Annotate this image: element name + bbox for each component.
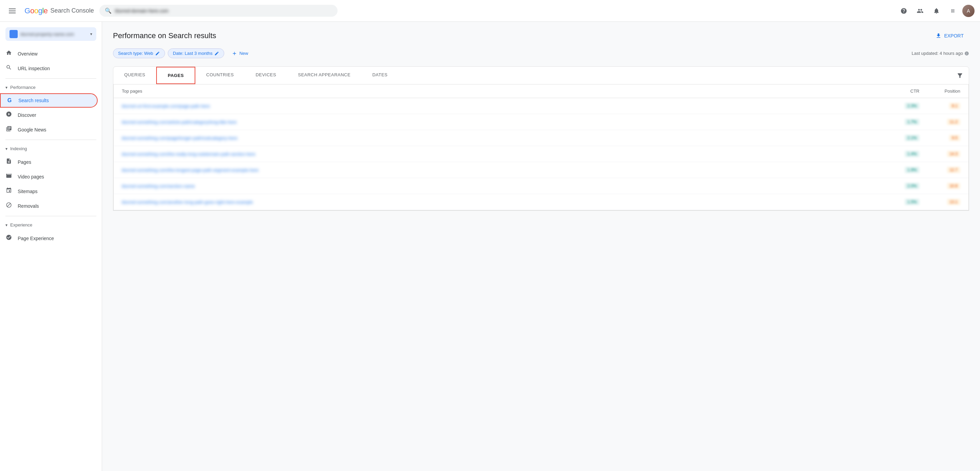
search-type-filter[interactable]: Search type: Web	[113, 48, 165, 58]
table-row[interactable]: blurred-something.com/the-really-long-su…	[114, 146, 969, 162]
sidebar-item-label: Sitemaps	[18, 189, 37, 194]
sidebar-item-video-pages[interactable]: Video pages	[0, 169, 98, 184]
page-experience-icon	[5, 234, 12, 242]
sidebar-item-search-results[interactable]: G Search results	[0, 93, 98, 108]
sidebar: blurred-property-name.com ▾ Overview URL…	[0, 22, 102, 471]
removals-icon	[5, 202, 12, 210]
sidebar-item-pages[interactable]: Pages	[0, 155, 98, 169]
tab-pages[interactable]: PAGES	[156, 67, 195, 84]
sidebar-section-performance[interactable]: ▾ Performance	[0, 81, 102, 93]
row-url: blurred-url-first-example.com/page-path-…	[122, 104, 878, 109]
row-position: 12.7	[920, 167, 960, 173]
date-label: Date: Last 3 months	[173, 51, 212, 56]
divider	[5, 78, 96, 79]
app-title: Search Console	[50, 7, 94, 14]
table-row[interactable]: blurred-something.com/article-path/categ…	[114, 114, 969, 130]
row-url: blurred-something.com/the-longest-page-p…	[122, 168, 878, 172]
property-name: blurred-property-name.com	[21, 32, 88, 37]
row-ctr: 1.9%	[878, 167, 920, 173]
discover-icon	[5, 111, 12, 119]
export-label: EXPORT	[944, 33, 964, 38]
new-filter-button[interactable]: New	[227, 49, 253, 58]
property-selector[interactable]: blurred-property-name.com ▾	[5, 27, 96, 41]
sidebar-item-google-news[interactable]: Google News	[0, 122, 98, 137]
tab-dates[interactable]: DATES	[361, 67, 398, 84]
tabs-container: QUERIES PAGES COUNTRIES DEVICES SEARCH A…	[113, 66, 969, 211]
table-row[interactable]: blurred-something.com/the-longest-page-p…	[114, 162, 969, 178]
sidebar-item-label: Pages	[18, 160, 31, 165]
layout: blurred-property-name.com ▾ Overview URL…	[0, 22, 980, 471]
tab-queries[interactable]: QUERIES	[113, 67, 156, 84]
table-row[interactable]: blurred-something.com/section-name 2.0% …	[114, 178, 969, 194]
export-button[interactable]: EXPORT	[930, 30, 969, 42]
chevron-down-icon: ▾	[90, 32, 92, 37]
apps-icon	[950, 8, 956, 14]
date-filter[interactable]: Date: Last 3 months	[168, 48, 224, 58]
filter-bar: Search type: Web Date: Last 3 months New…	[113, 48, 969, 58]
search-type-label: Search type: Web	[118, 51, 153, 56]
row-position: 11.2	[920, 119, 960, 125]
search-icon: 🔍	[105, 8, 111, 14]
tab-countries[interactable]: COUNTRIES	[195, 67, 245, 84]
row-url: blurred-something.com/section-name	[122, 184, 878, 189]
sidebar-item-label: Search results	[18, 98, 49, 103]
section-label: Experience	[10, 222, 32, 227]
sidebar-item-sitemaps[interactable]: Sitemaps	[0, 184, 98, 198]
row-url: blurred-something.com/the-really-long-su…	[122, 152, 878, 156]
divider	[5, 140, 96, 140]
col-header-ctr: CTR	[878, 89, 920, 94]
data-table: Top pages CTR Position blurred-url-first…	[113, 85, 969, 211]
sidebar-item-label: URL inspection	[18, 66, 50, 71]
row-position: 9.5	[920, 135, 960, 141]
sidebar-item-removals[interactable]: Removals	[0, 198, 98, 213]
row-position: 13.1	[920, 199, 960, 205]
sidebar-item-url-inspection[interactable]: URL inspection	[0, 61, 98, 76]
sitemaps-icon	[5, 187, 12, 195]
row-url: blurred-something.com/another-long-path-…	[122, 200, 878, 205]
row-ctr: 1.4%	[878, 151, 920, 157]
sidebar-item-label: Google News	[18, 127, 46, 133]
header-actions: A	[897, 4, 975, 18]
search-nav-icon	[5, 64, 12, 72]
table-row[interactable]: blurred-url-first-example.com/page-path-…	[114, 98, 969, 114]
tab-devices[interactable]: DEVICES	[245, 67, 287, 84]
tab-search-appearance[interactable]: SEARCH APPEARANCE	[287, 67, 361, 84]
sidebar-section-experience[interactable]: ▾ Experience	[0, 219, 102, 231]
sidebar-section-indexing[interactable]: ▾ Indexing	[0, 143, 102, 155]
tabs-header: QUERIES PAGES COUNTRIES DEVICES SEARCH A…	[113, 67, 969, 85]
avatar[interactable]: A	[962, 5, 975, 17]
url-inspect-input[interactable]	[115, 8, 332, 14]
collapse-icon: ▾	[5, 147, 8, 151]
hamburger-menu[interactable]	[5, 4, 19, 18]
help-button[interactable]	[897, 4, 911, 18]
sidebar-item-page-experience[interactable]: Page Experience	[0, 231, 98, 246]
sidebar-item-label: Video pages	[18, 174, 44, 179]
pages-icon	[5, 158, 12, 166]
sidebar-item-label: Removals	[18, 203, 39, 209]
section-label: Performance	[10, 85, 35, 90]
plus-icon	[232, 51, 237, 56]
page-title: Performance on Search results	[113, 31, 216, 40]
avatar-image: A	[962, 5, 975, 17]
filter-icon	[956, 72, 963, 79]
section-label: Indexing	[10, 146, 27, 151]
row-ctr: 1.7%	[878, 119, 920, 125]
news-icon	[5, 126, 12, 134]
row-url: blurred-something.com/page/longer-path/s…	[122, 136, 878, 141]
notifications-button[interactable]	[930, 4, 943, 18]
table-row[interactable]: blurred-something.com/page/longer-path/s…	[114, 130, 969, 146]
download-icon	[935, 33, 942, 39]
people-button[interactable]	[913, 4, 927, 18]
apps-button[interactable]	[946, 4, 959, 18]
row-position: 10.8	[920, 183, 960, 189]
video-icon	[5, 172, 12, 180]
sidebar-item-discover[interactable]: Discover	[0, 108, 98, 122]
sidebar-item-overview[interactable]: Overview	[0, 46, 98, 61]
row-url: blurred-something.com/article-path/categ…	[122, 120, 878, 125]
search-bar[interactable]: 🔍	[99, 5, 337, 17]
google-g-icon: G	[6, 97, 13, 104]
row-position: 8.1	[920, 103, 960, 109]
table-row[interactable]: blurred-something.com/another-long-path-…	[114, 194, 969, 210]
row-ctr: 1.5%	[878, 199, 920, 205]
filter-toggle[interactable]	[951, 67, 969, 84]
